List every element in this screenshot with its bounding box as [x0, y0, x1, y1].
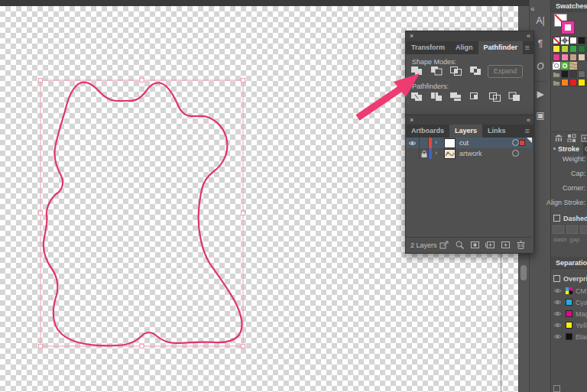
lock-cell[interactable]: [420, 148, 429, 159]
layer-color-bar: [429, 148, 432, 159]
tab-layers[interactable]: Layers: [449, 125, 482, 138]
pathfinder-panel-tabbar: Transform Align Pathfinder: [406, 41, 533, 54]
layers-floating-panel: × « Artboards Layers Links ≡ › cut ›: [405, 115, 534, 254]
close-icon[interactable]: ×: [410, 32, 413, 40]
target-circle-icon[interactable]: [512, 139, 519, 146]
collapse-panel-icon[interactable]: «: [527, 116, 530, 124]
create-new-layer-icon[interactable]: [501, 240, 511, 250]
layers-panel-bottom-bar: 2 Layers: [406, 237, 532, 253]
selection-handles[interactable]: [39, 79, 245, 348]
current-layer-indicator: [527, 138, 532, 143]
layer-color-bar: [429, 138, 432, 148]
panel-menu-icon[interactable]: ≡: [525, 43, 530, 52]
cut-outline-path[interactable]: [44, 83, 242, 346]
target-circle-icon[interactable]: [512, 150, 519, 157]
tab-transform[interactable]: Transform: [406, 41, 450, 54]
layer-name[interactable]: artwork: [459, 150, 482, 157]
pathfinder-outline-button[interactable]: [488, 92, 502, 103]
illustrator-workspace: A|¶O▶▣ « Swatches Stroke Color Weight: C…: [0, 0, 587, 392]
expand-button[interactable]: Expand: [488, 65, 523, 78]
create-new-sublayer-icon[interactable]: [485, 240, 495, 250]
tab-align[interactable]: Align: [450, 41, 478, 54]
shape-mode-intersect-button[interactable]: [449, 66, 463, 77]
shape-mode-exclude-button[interactable]: [469, 66, 483, 77]
lock-cell[interactable]: [420, 138, 429, 148]
pathfinder-divide-button[interactable]: [410, 92, 424, 103]
pathfinder-floating-panel: × « Transform Align Pathfinder ≡ Shape M…: [405, 31, 534, 116]
pathfinder-minus-back-button[interactable]: [508, 92, 522, 103]
collect-for-export-icon[interactable]: [439, 240, 449, 250]
pathfinder-merge-button[interactable]: [449, 92, 463, 103]
visibility-cell[interactable]: [406, 138, 420, 148]
close-icon[interactable]: ×: [410, 116, 413, 124]
pathfinder-trim-button[interactable]: [430, 92, 444, 103]
layer-row-cut[interactable]: › cut: [406, 138, 532, 148]
selection-color-square: [519, 140, 525, 146]
pathfinders-label: Pathfinders:: [412, 83, 449, 90]
panel-menu-icon[interactable]: ≡: [525, 126, 530, 135]
layer-thumbnail[interactable]: [444, 138, 456, 148]
make-clipping-mask-icon[interactable]: [470, 240, 480, 250]
disclosure-icon[interactable]: ›: [435, 149, 437, 157]
tab-pathfinder[interactable]: Pathfinder: [478, 41, 524, 54]
layer-row-artwork[interactable]: › artwork: [406, 148, 532, 159]
tab-links[interactable]: Links: [482, 125, 511, 138]
delete-selection-icon[interactable]: [516, 240, 526, 250]
locate-object-icon[interactable]: [455, 240, 465, 250]
layers-panel-tabbar: Artboards Layers Links: [406, 125, 533, 138]
artwork-thumbnail-image: [445, 150, 455, 158]
layer-name[interactable]: cut: [459, 139, 469, 147]
pathfinder-panel-titlebar[interactable]: × «: [406, 31, 533, 42]
collapse-panel-icon[interactable]: «: [527, 32, 530, 40]
disclosure-icon[interactable]: ›: [435, 138, 437, 146]
pathfinder-crop-button[interactable]: [469, 92, 483, 103]
shape-mode-minus-front-button[interactable]: [430, 66, 444, 77]
layer-count: 2 Layers: [410, 241, 437, 249]
shape-modes-label: Shape Modes:: [412, 58, 456, 66]
tab-artboards[interactable]: Artboards: [406, 125, 449, 138]
layer-thumbnail[interactable]: [444, 149, 456, 159]
visibility-cell[interactable]: [406, 148, 420, 159]
shape-mode-unite-button[interactable]: [410, 66, 424, 77]
